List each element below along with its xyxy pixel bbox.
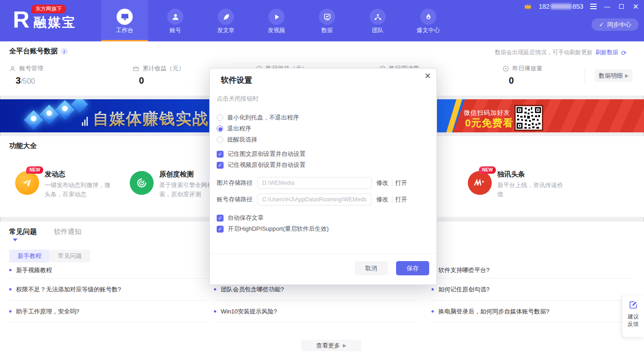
bullet-icon (431, 288, 434, 290)
checkbox-auto-save-article[interactable]: ✓ 自动保存文章 (217, 212, 264, 223)
radio-icon[interactable] (217, 137, 223, 143)
feature-name: 发动态 (45, 170, 65, 179)
logo-badge: 东方网旗下 (31, 5, 66, 13)
stat-suffix: /500 (21, 77, 35, 85)
checkbox-icon[interactable]: ✓ (217, 162, 224, 169)
image-path-label: 图片存储路径 (217, 177, 253, 189)
arrow-right-icon: ▶ (625, 73, 629, 78)
image-path-input[interactable] (257, 177, 372, 189)
team-icon (370, 9, 386, 25)
workbench-icon (117, 9, 133, 25)
tab-faq[interactable]: 常见问题 (9, 228, 37, 236)
feature-name: 原创度检测 (159, 170, 194, 179)
feedback-button[interactable]: 建议 反馈 (622, 296, 644, 337)
faq-item[interactable]: 换电脑登录后，如何同步自媒体账号数据? (431, 301, 632, 323)
radio-icon[interactable] (217, 125, 223, 132)
radio-label: 提醒我选择 (227, 136, 257, 144)
close-window-button[interactable]: ✕ (632, 3, 639, 10)
pill-beginner-tutorial[interactable]: 新手教程 (9, 250, 50, 262)
faq-item[interactable]: 新手视频教程 (9, 262, 207, 279)
feature-card-duxun-toutiao[interactable]: NEW 独讯头条 新平台上线，资讯传递价值 (468, 169, 574, 201)
checkbox-remember-article-original[interactable]: ✓ 记住图文原创设置并自动设置 (217, 148, 305, 159)
edit-icon (622, 300, 644, 311)
save-button[interactable]: 保存 (396, 261, 429, 275)
account-path-input[interactable] (257, 194, 372, 205)
tab-active-caret (13, 239, 17, 241)
publish-video-icon (269, 9, 285, 25)
tab-software-notice[interactable]: 软件通知 (54, 228, 81, 236)
maximize-button[interactable] (618, 3, 625, 10)
checkbox-label: 开启HighDPISupport(重启软件后生效) (228, 225, 329, 233)
stat-value: 3 (16, 75, 21, 85)
feature-card-post-moments[interactable]: NEW 发动态 一键发布动态到微博，微头条，百家动态 (15, 169, 121, 201)
minimize-button[interactable]: — (604, 3, 611, 10)
stat-label: 账号管理 (19, 64, 43, 73)
nav-item-account[interactable]: 账号 (152, 0, 199, 41)
data-detail-button[interactable]: 数据明细 ▶ (595, 69, 632, 82)
see-more-label: 查看更多 (316, 342, 340, 350)
data-detail-label: 数据明细 (599, 72, 623, 80)
stat-value: 0 (139, 75, 144, 85)
close-icon[interactable]: ✕ (425, 71, 431, 81)
banner-bars-decoration (82, 122, 83, 126)
faq-item[interactable]: Win10安装提示风险? (214, 301, 416, 323)
nav-item-team[interactable]: 团队 (354, 0, 401, 41)
open-link[interactable]: 打开 (395, 177, 407, 189)
new-badge: NEW (479, 166, 496, 174)
checkbox-icon[interactable]: ✓ (217, 226, 224, 233)
modify-link[interactable]: 修改 (376, 177, 388, 189)
account-icon (167, 9, 184, 25)
new-badge: NEW (26, 166, 43, 174)
faq-item-text: 新手视频教程 (16, 266, 52, 274)
feedback-label-2: 反馈 (622, 320, 644, 328)
radio-icon[interactable] (217, 114, 223, 121)
checkbox-high-dpi-support[interactable]: ✓ 开启HighDPISupport(重启软件后生效) (217, 223, 329, 234)
faq-item[interactable]: 助手工作原理，安全吗? (9, 301, 207, 323)
nav-label: 团队 (354, 27, 401, 34)
radio-minimize-to-tray[interactable]: 最小化到托盘，不退出程序 (217, 112, 299, 123)
faq-item[interactable]: 软件支持哪些平台? (431, 262, 632, 279)
bullet-icon (214, 310, 216, 313)
stat-label: 累计收益（元） (143, 64, 184, 73)
stats-title: 全平台账号数据 (9, 47, 58, 56)
refresh-icon[interactable]: ⟳ (621, 49, 627, 57)
crown-icon (524, 3, 532, 10)
duxun-logo-icon (468, 171, 492, 195)
checkbox-icon[interactable]: ✓ (217, 215, 224, 222)
banner-bars-decoration (84, 120, 86, 126)
nav-item-workbench[interactable]: 工作台 (101, 0, 148, 41)
cancel-button[interactable]: 取消 (355, 261, 388, 275)
pill-common-questions[interactable]: 常见问题 (50, 250, 90, 262)
faq-item-text: Win10安装提示风险? (221, 307, 277, 316)
account-path-label: 账号存储路径 (217, 194, 253, 205)
bullet-icon (9, 310, 12, 313)
faq-item[interactable]: 权限不足？无法添加对应等级的账号数? (9, 279, 207, 301)
checkbox-remember-video-original[interactable]: ✓ 记住视频原创设置并自动设置 (217, 159, 305, 171)
feedback-label-1: 建议 (622, 313, 644, 320)
sync-center-button[interactable]: ✓ 同步中心 (592, 18, 638, 31)
see-more-button[interactable]: 查看更多 ▶ (301, 340, 361, 351)
stat-account-management: 账号管理 3/500 (9, 64, 43, 86)
nav-item-hot-center[interactable]: 爆文中心 (405, 0, 452, 41)
modify-link[interactable]: 修改 (376, 194, 388, 205)
publish-article-icon (218, 9, 234, 25)
radio-ask-me[interactable]: 提醒我选择 (217, 134, 257, 145)
stat-value: 0 (509, 75, 514, 85)
info-icon[interactable]: i (61, 48, 68, 55)
nav-label: 爆文中心 (405, 27, 452, 34)
menu-icon[interactable] (590, 4, 597, 9)
account-path-row: 账号存储路径 修改 打开 (217, 194, 430, 205)
checkbox-icon[interactable]: ✓ (217, 151, 224, 158)
stat-yesterday-plays: 昨日播放量 0 (502, 64, 542, 86)
open-link[interactable]: 打开 (395, 194, 407, 205)
nav-item-publish-article[interactable]: 发文章 (202, 0, 249, 41)
faq-item-text: 团队会员包含哪些功能? (221, 285, 284, 294)
nav-item-publish-video[interactable]: 发视频 (253, 0, 300, 41)
banner-bars-decoration (86, 117, 88, 126)
faq-item[interactable]: 如何记住原创勾选? (431, 279, 632, 301)
nav-label: 数据 (304, 27, 351, 34)
radio-exit-program[interactable]: 退出程序 (217, 123, 251, 134)
refresh-data-link[interactable]: 刷新数据 (595, 49, 618, 57)
nav-item-data[interactable]: 数据 (304, 0, 351, 41)
gauge-icon (130, 171, 154, 195)
